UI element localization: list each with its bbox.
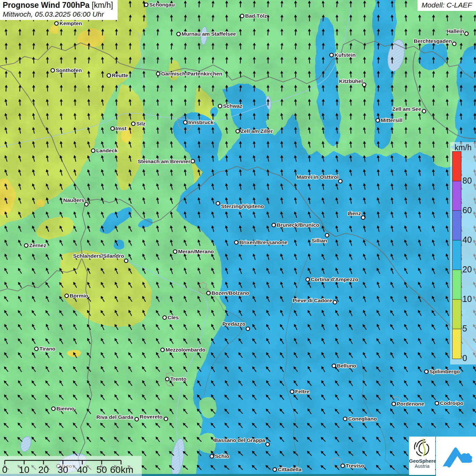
city-dot [435,402,439,405]
city-dot [361,216,365,220]
city-dot [273,468,277,472]
city-dot [306,278,310,282]
city-dot [216,202,220,205]
geosphere-logo-box: GeoSphere Austria [409,437,435,475]
city-dot [164,417,168,421]
city-dot [207,291,210,295]
city-label: Bienno [56,406,74,411]
city-label: Landeck [96,148,118,153]
city-label: Schio [215,453,229,459]
city-label: Codroipo [440,400,463,406]
city-label: Sterzing/Vipiteno [221,203,264,209]
city-marker-sonthofen: Sonthofen [51,67,82,73]
legend-segment [453,152,461,181]
city-dot [290,390,294,394]
city-label: Garmisch-Partenkirchen [161,71,222,76]
city-dot [343,417,347,421]
city-dot [236,130,240,133]
city-dot [132,122,135,126]
city-dot [135,418,139,421]
map-canvas: SchongauBad TölzKemptenMurnau am Staffel… [0,0,476,476]
city-label: Trento [170,376,186,382]
city-dot [240,14,244,18]
city-dot [184,121,187,124]
partner-logo-box [436,437,476,476]
city-label: Tirano [39,346,55,352]
city-marker-steinach-am-brenner: Steinach am Brenner [138,158,194,164]
scale-ruler: 0102030405060km [0,456,142,476]
scale-tick-label: 50 [96,464,107,475]
city-label: Nauders [63,197,84,203]
city-label: Kitzbühel [339,78,363,84]
scale-tick-label: 10 [19,464,29,475]
legend-tick-label: 20 [462,265,472,274]
city-label: Rovereto [140,414,163,420]
city-marker-spilimbergo: Spilimbergo [425,369,460,374]
geosphere-wordmark: GeoSphere [409,458,435,464]
legend-color-bar [452,151,461,359]
city-dot [332,364,336,368]
city-label: Cles [168,314,179,320]
city-label: Predazzo [222,321,245,327]
scale-tick-label: 30 [57,464,68,475]
city-marker-garmisch-partenkirchen: Garmisch-Partenkirchen [156,71,222,76]
legend-tick-label: 60 [462,205,472,215]
city-dot [85,203,88,206]
city-label: Brixen/Bressanone [239,239,288,245]
city-label: Zernez [29,242,46,248]
city-label: Schlanders/Silandro [73,253,124,259]
model-label-box: Modell: C-LAEF [418,0,476,11]
city-label: Hallein [447,28,464,34]
city-dot [422,109,426,113]
city-label: Conegliano [348,416,377,422]
city-label: Bruneck/Brunico [277,222,319,228]
city-label: Cortina d'Ampezzo [311,276,358,282]
city-dot [24,244,28,248]
scale-tick-label: 60km [110,464,133,475]
city-dot [91,149,95,153]
city-dot [465,32,469,36]
city-dot [376,119,380,122]
city-marker-zell-am-ziller: Zell am Ziller [236,128,273,134]
legend-tick-label: 10 [462,294,472,304]
city-label: Matrei in Osttirol [297,174,339,180]
city-dot [341,464,345,468]
blue-mountain-cloud-icon [436,437,476,476]
city-label: Berchtesgaden [414,38,452,44]
wind-speed-legend: km/h 806040201050 [450,142,476,364]
city-label: Kempten [60,20,82,26]
city-label: Steinach am Brenner [138,158,190,164]
city-dot [325,234,329,237]
page-title: Prognose Wind 700hPa [km/h] [3,1,113,10]
city-dot [425,370,428,374]
wind-forecast-map-screenshot: SchongauBad TölzKemptenMurnau am Staffel… [0,0,476,476]
city-marker-brixen-bressanone: Brixen/Bressanone [235,239,288,245]
city-dot [266,443,270,446]
city-dot [362,83,366,87]
legend-segment [453,211,461,240]
valid-time-subtitle: Mittwoch, 05.03.2025 06:00 Uhr [3,10,113,18]
scale-tick-label: 0 [2,464,7,475]
city-dot [173,250,177,254]
scale-tick-label: 40 [77,464,87,475]
city-label: Cittadella [278,466,302,472]
city-dot [161,348,165,352]
city-label: Belluno [337,363,356,369]
city-dot [35,347,38,351]
city-marker-pieve-di-cadore: Pieve di Cadore [293,298,337,304]
city-dot [144,3,148,7]
city-dot [392,402,396,406]
city-label: Spilimbergo [429,369,460,374]
city-marker-mezzolombardo: Mezzolombardo [161,347,205,353]
city-label: Bormio [70,293,88,299]
city-dot [107,74,111,78]
city-marker-murnau-am-staffelsee: Murnau am Staffelsee [177,31,236,37]
city-dot [166,377,169,381]
legend-segment [453,329,461,359]
city-dot [246,327,250,331]
city-marker-schongau: Schongau [144,2,175,7]
city-label: Riva del Garda [96,414,133,420]
city-label: Bad Tölz [245,13,267,19]
city-label: Treviso [346,463,364,469]
legend-segment [453,270,461,300]
